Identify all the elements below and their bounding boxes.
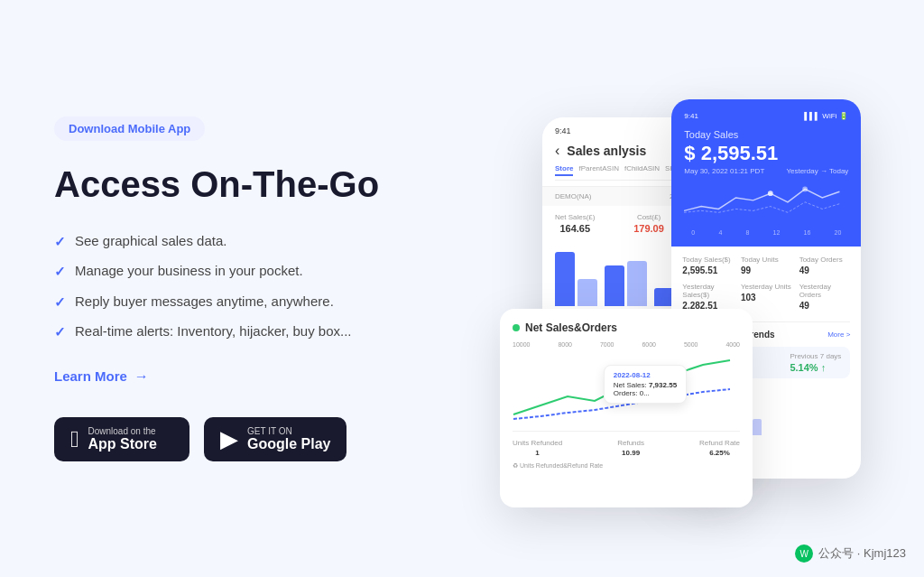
stat-units-refunded: Units Refunded 1 [513,439,562,457]
check-icon: ✓ [54,262,66,283]
right-section: 9:41 ▌▌▌ WiFi 🔋 ‹ Sales anlysis ⚙ Store [433,0,870,577]
yesterday-sales-label: Yesterday Sales($) [682,283,734,299]
today-sales-amount: $ 2,595.51 [684,142,848,165]
right-battery-icon: 🔋 [839,112,848,120]
app-store-text: Download on the App Store [88,426,157,452]
units-refunded-value: 1 [513,449,562,457]
yesterday-orders-label: Yesterday Orders [799,283,851,299]
stat-refunds: Refunds 10.99 [617,439,644,457]
tab-store[interactable]: Store [555,164,573,176]
back-arrow-icon[interactable]: ‹ [555,143,559,159]
check-icon: ✓ [54,293,66,313]
feature-text: Reply buyer messages anytime, anywhere. [75,292,334,312]
today-units-label: Today Units [741,256,792,264]
svg-point-1 [768,191,773,196]
phone-right-header: 9:41 ▌▌▌ WiFi 🔋 Today Sales $ 2,595.51 M… [671,99,861,247]
google-play-button[interactable]: ▶ GET IT ON Google Play [204,417,346,461]
tooltip-date: 2022-08-12 [614,371,677,379]
card-title: Net Sales&Orders [525,321,617,334]
yesterday-orders-value: 49 [799,301,851,311]
app-store-line1: Download on the [88,426,157,436]
x-8: 8 [745,229,749,236]
x-16: 16 [804,229,811,236]
y-label-3: 7000 [600,341,614,348]
y-label-5: 5000 [684,341,698,348]
yesterday-today: Yesterday → Today [786,167,848,175]
learn-more-link[interactable]: Learn More → [54,368,397,385]
download-badge: Download Mobile App [54,116,205,141]
check-icon: ✓ [54,232,66,253]
card-footer: ♻ Units Refunded&Refund Rate [513,462,740,470]
right-wifi-icon: WiFi [822,112,836,120]
right-status-icons: ▌▌▌ WiFi 🔋 [804,112,848,120]
card-bottom-stats: Units Refunded 1 Refunds 10.99 Refund Ra… [513,431,740,457]
refund-rate-label: Refund Rate [699,439,740,447]
phone-nav: ‹ Sales anlysis [555,143,646,159]
right-status-bar: 9:41 ▌▌▌ WiFi 🔋 [684,112,848,120]
today-orders-value: 49 [799,265,851,275]
feature-item: ✓ Reply buyer messages anytime, anywhere… [54,292,397,313]
metric-net-value: 164.65 [555,223,595,234]
tooltip-net-sales: Net Sales: 7,932.55 [614,381,677,389]
apple-icon:  [70,427,79,451]
features-list: ✓ See graphical sales data. ✓ Manage you… [54,231,397,343]
stats-grid: Today Sales($) 2,595.51 Today Units 99 T… [682,256,850,311]
metric-cost: Cost(£) 179.09 [633,213,664,234]
feature-text: Manage your business in your pocket. [75,261,303,282]
stat-refund-rate: Refund Rate 6.25% [699,439,740,457]
arrow-icon: → [134,368,149,385]
chart-x-labels: 0 4 8 12 16 20 [684,229,848,236]
refund-rate-value: 6.25% [699,449,740,457]
watermark: W 公众号 · Kjmj123 [795,544,906,563]
bar-group-2 [605,261,647,306]
mini-bar-7 [753,419,762,435]
trend-pct: 5.14% ↑ [790,362,841,373]
stat-today-units: Today Units 99 [741,256,792,275]
stat-yesterday-sales: Yesterday Sales($) 2,282.51 [682,283,734,311]
metric-net-sales: Net Sales(£) 164.65 [555,213,595,234]
stat-yesterday-orders: Yesterday Orders 49 [799,283,851,311]
y-label-2: 8000 [558,341,572,348]
stat-yesterday-units: Yesterday Units 103 [741,283,792,311]
right-signal-icon: ▌▌▌ [804,112,819,120]
tab-child-asin[interactable]: fChildASIN [624,164,660,176]
feature-item: ✓ Real-time alerts: Inventory, hijacker,… [54,321,397,343]
right-phone-time: 9:41 [684,112,698,120]
tab-parent-asin[interactable]: fParentASIN [578,164,618,176]
bar-light-1 [578,279,597,306]
today-units-value: 99 [741,265,792,275]
x-0: 0 [691,229,695,236]
app-store-button[interactable]:  Download on the App Store [54,417,189,461]
feature-text: See graphical sales data. [75,231,226,252]
today-sales-cell-label: Today Sales($) [682,256,734,264]
page-container: Download Mobile App Access On-The-Go ✓ S… [0,0,924,577]
metric-cost-value: 179.09 [633,223,664,234]
units-refunded-label: Units Refunded [513,439,562,447]
right-mini-chart [684,175,848,229]
svg-point-2 [803,186,808,191]
more-link[interactable]: More > [827,330,850,339]
learn-more-label: Learn More [54,368,127,384]
bar-blue-2 [605,265,624,306]
wechat-icon: W [795,544,813,563]
card-title-row: Net Sales&Orders [513,321,740,334]
refunds-value: 10.99 [617,449,644,457]
feature-item: ✓ Manage your business in your pocket. [54,261,397,283]
feature-text: Real-time alerts: Inventory, hijacker, b… [75,321,352,342]
watermark-text: 公众号 · Kjmj123 [818,545,906,562]
chart-y-labels: 10000 8000 7000 6000 5000 4000 [513,341,740,348]
line-chart-area: 2022-08-12 Net Sales: 7,932.55 Orders: 0… [513,351,740,423]
tooltip-orders: Orders: 0... [614,389,677,397]
play-icon: ▶ [220,427,238,451]
dot-green-icon [513,324,520,331]
bar-light-2 [627,261,647,306]
metric-cost-label: Cost(£) [633,213,664,221]
google-play-text: GET IT ON Google Play [247,426,330,452]
bar-blue-1 [555,252,575,306]
stat-today-orders: Today Orders 49 [799,256,851,275]
google-play-line1: GET IT ON [247,426,330,436]
feature-item: ✓ See graphical sales data. [54,231,397,253]
today-sales-label: Today Sales [684,129,848,140]
x-4: 4 [718,229,722,236]
y-label-4: 6000 [642,341,656,348]
